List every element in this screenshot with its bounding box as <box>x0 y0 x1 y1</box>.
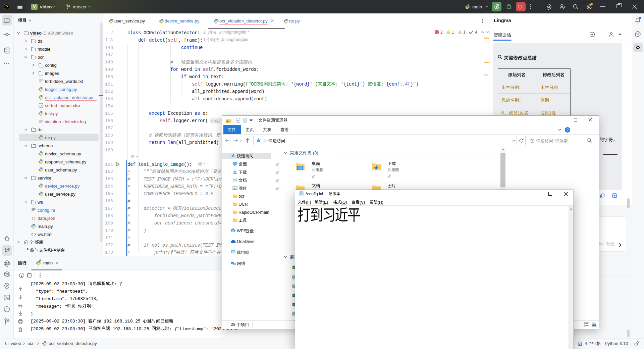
svg-text:?: ? <box>40 104 42 107</box>
svg-text:{}: {} <box>31 216 36 220</box>
